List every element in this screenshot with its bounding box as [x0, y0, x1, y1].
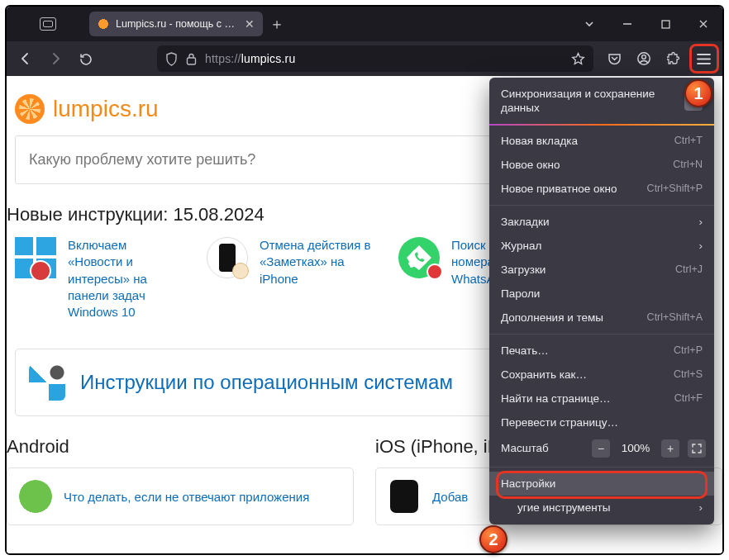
article-card[interactable]: Отмена действия в «Заметках» на iPhone: [207, 237, 372, 320]
menu-item-more-tools[interactable]: угие инструменты›: [489, 496, 714, 520]
window-maximize-button[interactable]: [646, 7, 684, 41]
menu-item-settings[interactable]: Настройки: [489, 472, 714, 496]
tab-title: Lumpics.ru - помощь с компью: [116, 18, 238, 30]
annotation-step-2: 2: [479, 525, 507, 553]
url-bar[interactable]: https://lumpics.ru: [157, 45, 593, 72]
titlebar: Lumpics.ru - помощь с компью ✕ ＋: [7, 7, 722, 41]
extensions-button[interactable]: [660, 45, 688, 73]
fullscreen-button[interactable]: [688, 439, 706, 458]
zoom-in-button[interactable]: +: [661, 439, 679, 458]
lock-icon: [186, 53, 197, 65]
whatsapp-icon: [398, 237, 440, 278]
zoom-label: Масштаб: [501, 442, 584, 454]
window-minimize-button[interactable]: [608, 7, 646, 41]
zoom-value: 100%: [618, 442, 653, 454]
menu-item-history[interactable]: Журнал›: [489, 234, 714, 258]
site-logo-text[interactable]: lumpics.ru: [53, 96, 159, 122]
menu-separator: [489, 205, 714, 206]
back-button[interactable]: [12, 45, 40, 73]
windows-icon: [15, 237, 56, 278]
new-tab-button[interactable]: ＋: [263, 7, 291, 41]
menu-item-addons[interactable]: Дополнения и темыCtrl+Shift+A: [489, 306, 714, 330]
menu-item-bookmarks[interactable]: Закладки›: [489, 210, 714, 234]
android-icon: [19, 480, 52, 513]
forward-button[interactable]: [41, 45, 69, 73]
article-link[interactable]: Что делать, если не отвечают приложения: [64, 490, 309, 504]
tab-favicon: [98, 18, 109, 30]
chevron-right-icon: ›: [699, 216, 703, 228]
pocket-button[interactable]: [600, 45, 628, 73]
menu-item-new-private-window[interactable]: Новое приватное окноCtrl+Shift+P: [489, 177, 714, 201]
navigation-toolbar: https://lumpics.ru: [7, 41, 722, 76]
os-instructions-link[interactable]: Инструкции по операционным системам: [80, 371, 453, 394]
chevron-right-icon: ›: [699, 501, 703, 514]
menu-item-find[interactable]: Найти на странице…Ctrl+F: [489, 387, 714, 411]
url-text: https://lumpics.ru: [205, 52, 563, 65]
menu-item-new-window[interactable]: Новое окноCtrl+N: [489, 153, 714, 177]
close-tab-icon[interactable]: ✕: [245, 17, 255, 31]
article-card[interactable]: Что делать, если не отвечают приложения: [7, 467, 354, 525]
accent-divider: [489, 124, 714, 126]
article-link[interactable]: Добав: [432, 490, 468, 504]
menu-item-zoom: Масштаб − 100% +: [489, 434, 714, 463]
list-all-tabs-button[interactable]: [570, 7, 608, 41]
zoom-out-button[interactable]: −: [592, 439, 610, 458]
menu-separator: [489, 467, 714, 467]
menu-separator: [489, 334, 714, 335]
svg-rect-1: [662, 21, 669, 28]
ios-device-icon: [388, 480, 421, 513]
site-logo-icon: [15, 94, 45, 124]
account-button[interactable]: [630, 45, 658, 73]
menu-item-passwords[interactable]: Пароли: [489, 282, 714, 306]
iphone-icon: [207, 237, 248, 278]
app-menu: Синхронизация и сохранение данных В Нова…: [489, 78, 714, 524]
reload-button[interactable]: [71, 45, 99, 73]
app-menu-button[interactable]: [689, 45, 717, 73]
os-collection-icon: [29, 364, 65, 401]
annotation-step-1: 1: [684, 79, 712, 107]
all-tabs-icon[interactable]: [40, 17, 56, 31]
menu-item-sync[interactable]: Синхронизация и сохранение данных В: [489, 78, 714, 124]
menu-item-print[interactable]: Печать…Ctrl+P: [489, 339, 714, 363]
menu-sync-label: Синхронизация и сохранение данных: [501, 88, 676, 116]
window-close-button[interactable]: [684, 7, 722, 41]
article-card[interactable]: Включаем «Новости и интересы» на панели …: [15, 237, 180, 320]
browser-tab[interactable]: Lumpics.ru - помощь с компью ✕: [89, 12, 263, 36]
article-link[interactable]: Отмена действия в «Заметках» на iPhone: [260, 238, 370, 286]
chevron-right-icon: ›: [699, 240, 703, 252]
menu-item-translate[interactable]: Перевести страницу…: [489, 411, 714, 434]
article-link[interactable]: Включаем «Новости и интересы» на панели …: [68, 238, 147, 319]
menu-item-downloads[interactable]: ЗагрузкиCtrl+J: [489, 258, 714, 282]
menu-item-save-as[interactable]: Сохранить как…Ctrl+S: [489, 363, 714, 387]
svg-point-4: [642, 55, 646, 59]
svg-rect-2: [188, 58, 196, 64]
menu-item-new-tab[interactable]: Новая вкладкаCtrl+T: [489, 129, 714, 153]
shield-icon: [165, 52, 178, 66]
column-title-android: Android: [7, 436, 354, 458]
bookmark-star-icon[interactable]: [571, 52, 585, 66]
